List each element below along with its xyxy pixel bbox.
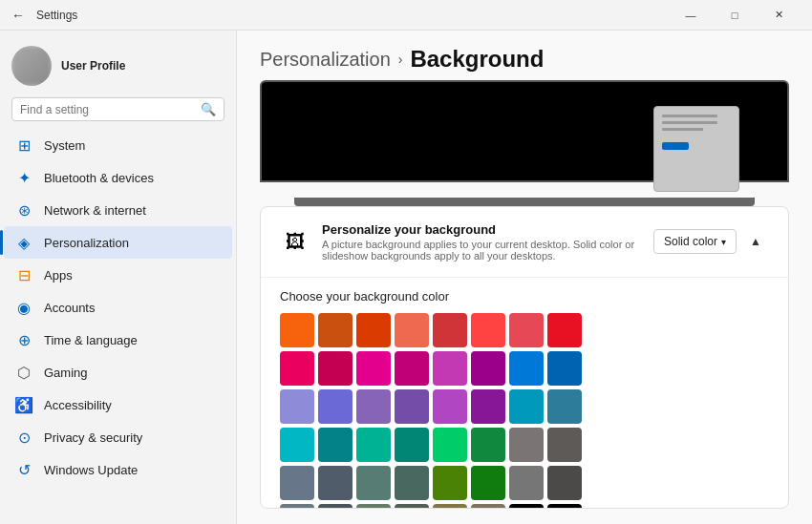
color-swatch-1-1[interactable] — [318, 351, 353, 386]
color-swatch-5-5[interactable] — [471, 504, 505, 509]
color-swatch-5-6[interactable] — [509, 504, 544, 509]
color-swatch-0-3[interactable] — [395, 313, 429, 347]
sidebar-item-label-bluetooth: Bluetooth & devices — [44, 171, 154, 185]
sidebar-item-system[interactable]: ⊞System — [4, 129, 232, 161]
panel-description: A picture background applies to your cur… — [322, 239, 642, 262]
sidebar-item-label-privacy: Privacy & security — [44, 430, 142, 445]
color-swatch-2-7[interactable] — [547, 389, 582, 424]
page-header: Personalization › Background — [237, 31, 812, 80]
color-swatch-0-1[interactable] — [318, 313, 353, 347]
color-swatch-0-4[interactable] — [433, 313, 467, 347]
color-swatch-0-5[interactable] — [471, 313, 505, 347]
panel-text: Personalize your background A picture ba… — [322, 222, 642, 262]
color-swatch-2-3[interactable] — [395, 389, 429, 424]
color-swatch-4-0[interactable] — [280, 466, 314, 500]
preview-line-1 — [662, 115, 717, 117]
color-swatch-2-2[interactable] — [356, 389, 391, 424]
sidebar-item-windows-update[interactable]: ↺Windows Update — [4, 453, 232, 486]
color-swatch-1-4[interactable] — [433, 351, 467, 386]
sidebar-item-time[interactable]: ⊕Time & language — [4, 324, 232, 356]
color-swatch-0-2[interactable] — [356, 313, 391, 347]
color-swatch-5-2[interactable] — [356, 504, 391, 509]
color-swatch-4-7[interactable] — [547, 466, 582, 500]
color-swatch-2-0[interactable] — [280, 389, 314, 424]
color-swatch-3-5[interactable] — [471, 428, 505, 462]
expand-button[interactable]: ▲ — [742, 228, 769, 255]
color-row-5 — [280, 504, 769, 509]
preview-line-3 — [662, 128, 703, 131]
color-swatch-2-6[interactable] — [509, 389, 544, 424]
system-nav-icon: ⊞ — [15, 136, 32, 154]
back-button[interactable]: ← — [11, 8, 25, 23]
color-swatch-4-3[interactable] — [395, 466, 429, 500]
sidebar-item-personalization[interactable]: ◈Personalization — [4, 226, 232, 259]
color-swatch-5-7[interactable] — [547, 504, 582, 509]
color-swatch-3-7[interactable] — [547, 428, 582, 462]
color-swatch-1-3[interactable] — [395, 351, 429, 386]
nav-list: ⊞System✦Bluetooth & devices⊛Network & in… — [0, 129, 236, 486]
color-swatch-5-1[interactable] — [318, 504, 353, 509]
color-swatch-4-2[interactable] — [356, 466, 391, 500]
chevron-up-icon: ▲ — [750, 235, 761, 248]
sidebar-profile: User Profile — [0, 38, 236, 97]
color-swatch-4-5[interactable] — [471, 466, 505, 500]
color-swatch-1-6[interactable] — [509, 351, 544, 386]
color-swatch-4-4[interactable] — [433, 466, 467, 500]
titlebar: ← Settings — □ ✕ — [0, 0, 812, 31]
color-swatch-3-1[interactable] — [318, 428, 353, 462]
sidebar-item-accounts[interactable]: ◉Accounts — [4, 291, 232, 324]
search-icon: 🔍 — [201, 102, 216, 116]
sidebar-item-label-apps: Apps — [44, 268, 73, 283]
color-swatch-2-1[interactable] — [318, 389, 353, 424]
sidebar-item-apps[interactable]: ⊟Apps — [4, 259, 232, 291]
sidebar-item-gaming[interactable]: ⬡Gaming — [4, 356, 232, 388]
window-controls: — □ ✕ — [669, 0, 801, 31]
accounts-nav-icon: ◉ — [15, 299, 32, 316]
color-row-2 — [280, 389, 769, 424]
panel-icon: 🖼 — [280, 226, 310, 257]
preview-button — [662, 142, 689, 150]
color-swatch-4-6[interactable] — [509, 466, 544, 500]
preview-line-2 — [662, 121, 717, 124]
search-input[interactable] — [20, 103, 195, 116]
color-swatch-3-4[interactable] — [433, 428, 467, 462]
panel-control: Solid color ▾ ▲ — [653, 228, 769, 255]
color-swatch-3-0[interactable] — [280, 428, 314, 462]
sidebar-item-label-system: System — [44, 138, 85, 153]
color-swatch-3-6[interactable] — [509, 428, 544, 462]
color-swatch-5-0[interactable] — [280, 504, 314, 509]
color-swatch-3-3[interactable] — [395, 428, 429, 462]
sidebar-item-label-network: Network & internet — [44, 203, 146, 218]
sidebar-item-accessibility[interactable]: ♿Accessibility — [4, 388, 232, 421]
color-swatch-5-4[interactable] — [433, 504, 467, 509]
palette-section: Choose your background color — [261, 278, 788, 509]
maximize-button[interactable]: □ — [713, 0, 757, 31]
sidebar-item-label-time: Time & language — [44, 333, 138, 347]
personalization-nav-icon: ◈ — [15, 234, 32, 251]
avatar — [11, 46, 52, 86]
minimize-button[interactable]: — — [669, 0, 713, 31]
color-swatch-2-4[interactable] — [433, 389, 467, 424]
sidebar-item-privacy[interactable]: ⊙Privacy & security — [4, 421, 232, 453]
titlebar-left: ← Settings — [11, 8, 77, 23]
color-swatch-2-5[interactable] — [471, 389, 505, 424]
color-swatch-1-5[interactable] — [471, 351, 505, 386]
color-swatch-1-0[interactable] — [280, 351, 314, 386]
back-icon: ← — [11, 8, 25, 23]
color-swatch-5-3[interactable] — [395, 504, 429, 509]
color-swatch-0-7[interactable] — [547, 313, 582, 347]
color-swatch-4-1[interactable] — [318, 466, 353, 500]
color-swatch-3-2[interactable] — [356, 428, 391, 462]
breadcrumb-current: Background — [410, 46, 544, 73]
background-dropdown[interactable]: Solid color ▾ — [653, 229, 737, 254]
close-button[interactable]: ✕ — [757, 0, 801, 31]
sidebar-item-network[interactable]: ⊛Network & internet — [4, 194, 232, 226]
sidebar-item-bluetooth[interactable]: ✦Bluetooth & devices — [4, 161, 232, 194]
content-panel: 🖼 Personalize your background A picture … — [260, 206, 789, 509]
color-swatch-0-0[interactable] — [280, 313, 314, 347]
color-swatch-1-2[interactable] — [356, 351, 391, 386]
color-swatch-0-6[interactable] — [509, 313, 544, 347]
color-swatch-1-7[interactable] — [547, 351, 582, 386]
main-content: Personalization › Background 🖼 Personali… — [237, 31, 812, 524]
search-box[interactable]: 🔍 — [11, 97, 224, 121]
